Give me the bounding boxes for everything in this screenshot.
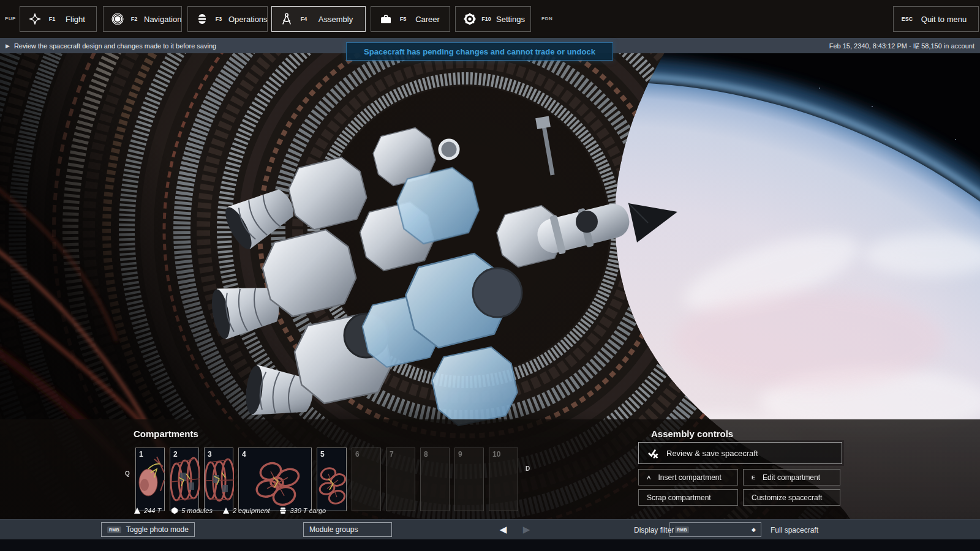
menu-button-flight[interactable]: F1 Flight — [20, 6, 97, 32]
mass-icon — [134, 507, 141, 514]
insert-compartment-button[interactable]: A Insert compartment — [638, 469, 738, 485]
slot-number: 5 — [320, 450, 325, 459]
display-filter-value: Full spacecraft — [771, 526, 818, 534]
compartment-slot-4[interactable]: 4 — [238, 448, 312, 511]
rmb-key-badge: RMB — [107, 527, 121, 533]
scrap-compartment-button[interactable]: Scrap compartment — [638, 489, 738, 506]
slot-number: 1 — [139, 450, 143, 459]
menu-label: Operations — [228, 15, 268, 24]
menu-label: Career — [413, 15, 442, 24]
review-save-icon — [647, 447, 659, 459]
rmb-key-badge: RMB — [675, 527, 689, 533]
compartment-slot-6[interactable]: 6 — [352, 448, 381, 511]
menu-label: Flight — [62, 15, 89, 24]
menu-key: F5 — [397, 16, 409, 22]
stat-equipment: 2 equipment — [222, 507, 270, 514]
slot-number: 2 — [173, 450, 178, 459]
compartment-slot-8[interactable]: 8 — [420, 448, 450, 511]
assembly-icon — [279, 12, 294, 26]
spacecraft-stats: 244 T 5 modules 2 equipment 330 T cargo — [134, 506, 326, 515]
customize-spacecraft-button[interactable]: Customize spacecraft — [743, 489, 840, 506]
compartment-slot-9[interactable]: 9 — [454, 448, 484, 511]
stat-mass: 244 T — [134, 507, 161, 514]
compartment-slot-5[interactable]: 5 — [317, 448, 347, 511]
menu-label: Quit to menu — [917, 15, 971, 24]
slot-number: 9 — [458, 450, 462, 459]
next-arrow-icon[interactable]: ▶ — [516, 522, 537, 537]
review-save-button[interactable]: Review & save spacecraft — [638, 442, 842, 464]
compartment-slot-7[interactable]: 7 — [386, 448, 415, 511]
compartments-title: Compartments — [134, 429, 198, 439]
display-filter-dropdown[interactable]: RMB ◆ — [669, 522, 761, 537]
diamond-icon: ◆ — [752, 527, 756, 533]
menu-key: F10 — [480, 16, 492, 22]
display-filter-label: Display filter — [634, 526, 674, 534]
menu-button-career[interactable]: F5 Career — [371, 6, 450, 32]
compartment-slot-1[interactable]: 1 — [135, 448, 165, 511]
pending-changes-notification: Spacecraft has pending changes and canno… — [346, 42, 613, 61]
menu-label: Assembly — [314, 15, 358, 24]
game-screen: PUP F1 Flight F2 Navigation — [0, 0, 980, 551]
menu-key: F4 — [298, 16, 310, 22]
equipment-icon — [222, 507, 230, 514]
menu-key: F1 — [46, 16, 58, 22]
edit-compartment-button[interactable]: E Edit compartment — [743, 469, 840, 485]
prev-arrow-icon[interactable]: ◀ — [493, 522, 513, 537]
slot-number: 4 — [242, 450, 246, 459]
slot-number: 6 — [355, 450, 360, 459]
compartment-slot-10[interactable]: 10 — [489, 448, 518, 511]
key-hint: A — [647, 474, 651, 481]
operations-icon — [195, 12, 209, 26]
notification-text: Spacecraft has pending changes and canno… — [364, 47, 595, 56]
settings-icon — [463, 12, 477, 26]
objective-chevron-icon: ▶ — [6, 43, 10, 49]
top-menu-bar: PUP F1 Flight F2 Navigation — [0, 0, 980, 38]
compartment-slot-3[interactable]: 3 — [204, 448, 233, 511]
screen-bottom-edge — [0, 539, 980, 551]
prev-compartment-key-hint: Q — [125, 470, 130, 477]
menu-key: F3 — [213, 16, 225, 22]
key-hint: E — [752, 474, 755, 481]
assembly-controls-title: Assembly controls — [651, 429, 733, 439]
flight-icon — [28, 12, 42, 26]
quit-to-menu-button[interactable]: ESC Quit to menu — [893, 6, 979, 32]
slot-number: 10 — [492, 450, 500, 459]
objective-text: Review the spacecraft design and changes… — [14, 42, 216, 50]
gamepad-pagedown-hint: PDN — [541, 16, 552, 21]
compartment-thumbnail — [239, 448, 312, 512]
bottom-control-bar: RMB Toggle photo mode Module groups ◀ ▶ … — [0, 519, 980, 539]
compartment-slot-list: 1 2 3 — [135, 448, 518, 511]
compartment-slot-2[interactable]: 2 — [170, 448, 199, 511]
menu-button-assembly[interactable]: F4 Assembly — [271, 6, 366, 32]
stat-cargo: 330 T cargo — [279, 507, 326, 514]
next-compartment-key-hint: D — [526, 465, 530, 472]
menu-key: ESC — [901, 16, 913, 22]
modules-icon — [171, 507, 178, 514]
stat-modules: 5 modules — [171, 507, 213, 514]
cargo-icon — [279, 507, 287, 514]
slot-number: 7 — [390, 450, 394, 459]
career-icon — [379, 12, 393, 26]
datetime-account-text: Feb 15, 2340, 8:43:12 PM - IɆ 58,150 in … — [829, 42, 974, 50]
menu-key: F2 — [128, 16, 140, 22]
menu-button-navigation[interactable]: F2 Navigation — [103, 6, 182, 32]
gamepad-pageup-hint: PUP — [5, 16, 16, 21]
toggle-photo-mode-button[interactable]: RMB Toggle photo mode — [101, 522, 195, 537]
module-groups-button[interactable]: Module groups — [303, 522, 392, 537]
navigation-icon — [111, 12, 124, 26]
menu-button-settings[interactable]: F10 Settings — [455, 6, 531, 32]
slot-number: 8 — [424, 450, 428, 459]
menu-label: Settings — [496, 15, 525, 24]
menu-button-operations[interactable]: F3 Operations — [187, 6, 268, 32]
slot-number: 3 — [208, 450, 212, 459]
menu-label: Navigation — [144, 15, 181, 24]
